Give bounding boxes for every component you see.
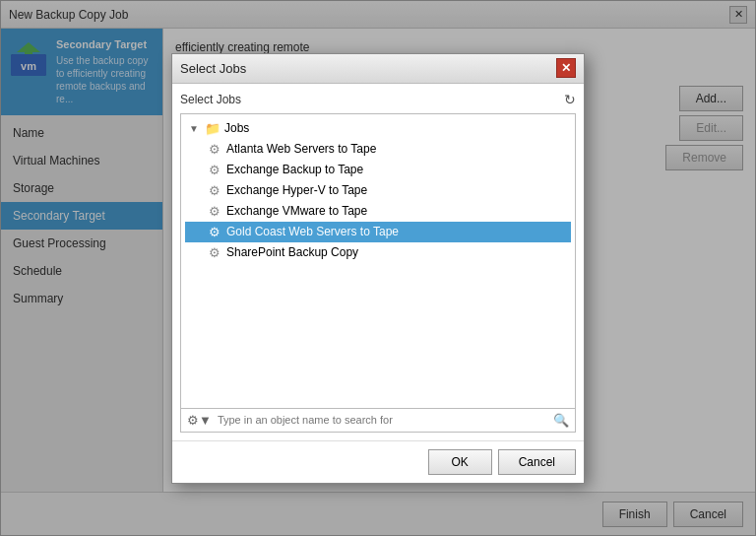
tree-item-atlanta[interactable]: ⚙ Atlanta Web Servers to Tape: [185, 139, 571, 160]
modal-footer: OK Cancel: [172, 440, 584, 483]
search-bar: ⚙▼ 🔍: [180, 409, 576, 433]
job-tree[interactable]: ▼ 📁 Jobs ⚙ Atlanta Web Servers to Tape ⚙…: [180, 113, 576, 409]
job-gear-icon: ⚙: [209, 245, 220, 260]
modal-overlay: Select Jobs ✕ Select Jobs ↻ ▼ 📁 Jobs ⚙ A…: [0, 0, 756, 536]
tree-item-exchange-hyperv[interactable]: ⚙ Exchange Hyper-V to Tape: [185, 180, 571, 201]
modal-titlebar: Select Jobs ✕: [172, 54, 584, 84]
tree-expand-icon[interactable]: ▼: [189, 123, 201, 134]
tree-item-exchange-backup[interactable]: ⚙ Exchange Backup to Tape: [185, 160, 571, 180]
jobs-folder-icon: 📁: [205, 121, 220, 136]
modal-close-button[interactable]: ✕: [556, 58, 576, 78]
select-jobs-dialog: Select Jobs ✕ Select Jobs ↻ ▼ 📁 Jobs ⚙ A…: [171, 53, 585, 484]
tree-item-label: Exchange VMware to Tape: [226, 204, 367, 218]
job-gear-icon: ⚙: [209, 163, 220, 177]
modal-title: Select Jobs: [180, 61, 246, 76]
ok-button[interactable]: OK: [428, 449, 492, 475]
job-gear-icon: ⚙: [209, 142, 220, 157]
job-gear-icon: ⚙: [209, 204, 220, 219]
tree-root-label: Jobs: [224, 121, 249, 135]
tree-item-exchange-vmware[interactable]: ⚙ Exchange VMware to Tape: [185, 201, 571, 222]
tree-item-sharepoint[interactable]: ⚙ SharePoint Backup Copy: [185, 242, 571, 263]
modal-body: Select Jobs ↻ ▼ 📁 Jobs ⚙ Atlanta Web Ser…: [172, 84, 584, 440]
cancel-button-modal[interactable]: Cancel: [498, 449, 576, 475]
modal-select-label: Select Jobs ↻: [180, 92, 576, 107]
tree-item-label: Exchange Backup to Tape: [226, 163, 363, 176]
tree-item-gold-coast[interactable]: ⚙ Gold Coast Web Servers to Tape: [185, 222, 571, 242]
search-gear-icon[interactable]: ⚙▼: [187, 413, 212, 428]
tree-item-label: Gold Coast Web Servers to Tape: [226, 225, 399, 238]
tree-item-label: SharePoint Backup Copy: [226, 245, 358, 259]
modal-select-label-text: Select Jobs: [180, 93, 241, 106]
search-input[interactable]: [218, 414, 547, 426]
job-gear-icon: ⚙: [209, 225, 220, 239]
job-gear-icon: ⚙: [209, 183, 220, 198]
tree-root-jobs[interactable]: ▼ 📁 Jobs: [185, 118, 571, 139]
tree-item-label: Exchange Hyper-V to Tape: [226, 183, 367, 197]
search-magnifier-icon: 🔍: [553, 413, 569, 428]
tree-item-label: Atlanta Web Servers to Tape: [226, 142, 376, 156]
refresh-icon[interactable]: ↻: [564, 92, 576, 107]
